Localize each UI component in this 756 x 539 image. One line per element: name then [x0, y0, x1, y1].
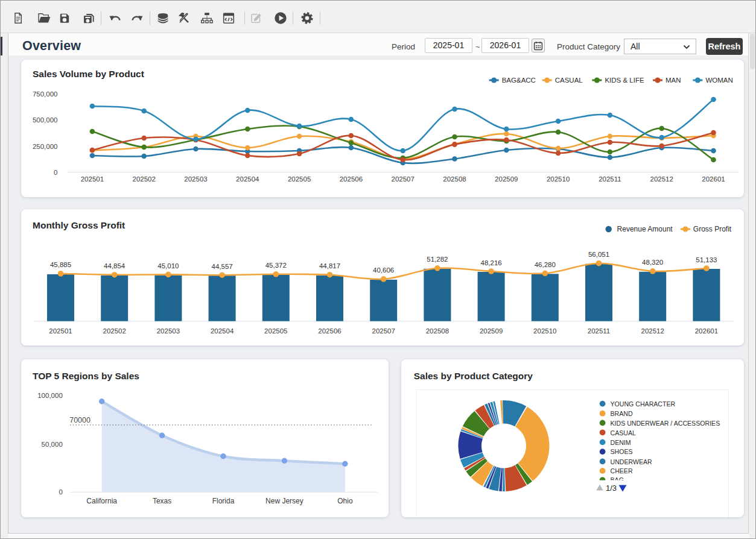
svg-text:202501: 202501 — [49, 327, 72, 335]
svg-text:202508: 202508 — [426, 327, 449, 335]
svg-text:Texas: Texas — [153, 497, 171, 505]
svg-text:44,854: 44,854 — [104, 262, 125, 270]
svg-text:202512: 202512 — [641, 327, 664, 335]
svg-text:202507: 202507 — [392, 175, 415, 183]
svg-text:48,216: 48,216 — [481, 259, 502, 266]
svg-text:Revenue Amount: Revenue Amount — [617, 225, 673, 233]
svg-text:0: 0 — [54, 169, 57, 176]
svg-text:WOMAN: WOMAN — [705, 77, 732, 84]
svg-text:50,000: 50,000 — [42, 441, 63, 448]
svg-text:202506: 202506 — [340, 175, 363, 183]
svg-text:44,557: 44,557 — [212, 263, 233, 270]
svg-text:DENIM: DENIM — [611, 439, 631, 446]
svg-text:44,817: 44,817 — [319, 262, 340, 270]
svg-text:46,280: 46,280 — [535, 261, 556, 268]
svg-text:Sales Volume by Product: Sales Volume by Product — [33, 69, 144, 79]
svg-text:MAN: MAN — [665, 77, 681, 84]
svg-text:202502: 202502 — [103, 327, 126, 335]
svg-text:UNDERWEAR: UNDERWEAR — [611, 458, 653, 465]
svg-text:Monthly Gross Profit: Monthly Gross Profit — [33, 220, 125, 230]
svg-text:45,885: 45,885 — [50, 261, 71, 268]
svg-text:KIDS & LIFE: KIDS & LIFE — [605, 77, 644, 84]
svg-text:70000: 70000 — [69, 416, 91, 424]
svg-text:202510: 202510 — [533, 327, 556, 335]
svg-text:202509: 202509 — [495, 175, 518, 183]
svg-text:202508: 202508 — [443, 175, 466, 183]
svg-text:CHEER: CHEER — [611, 467, 633, 474]
svg-text:100,000: 100,000 — [37, 392, 63, 399]
svg-text:202503: 202503 — [184, 175, 207, 183]
svg-text:51,133: 51,133 — [696, 256, 717, 263]
svg-text:CASUAL: CASUAL — [555, 77, 583, 84]
svg-text:750,000: 750,000 — [33, 90, 58, 98]
svg-text:48,320: 48,320 — [642, 259, 663, 266]
svg-text:202510: 202510 — [547, 175, 570, 183]
svg-text:40,606: 40,606 — [373, 266, 394, 274]
svg-text:51,282: 51,282 — [427, 256, 448, 263]
svg-text:TOP 5 Regions by Sales: TOP 5 Regions by Sales — [33, 371, 139, 381]
svg-text:45,372: 45,372 — [265, 262, 287, 269]
svg-text:202509: 202509 — [480, 327, 503, 335]
svg-text:202511: 202511 — [599, 175, 621, 183]
svg-text:500,000: 500,000 — [33, 116, 58, 124]
svg-text:Gross Profit: Gross Profit — [693, 225, 732, 233]
svg-text:1/3: 1/3 — [606, 484, 617, 493]
svg-text:CASUAL: CASUAL — [611, 429, 636, 437]
svg-text:202507: 202507 — [372, 327, 395, 335]
svg-text:202505: 202505 — [264, 327, 287, 335]
svg-text:202511: 202511 — [588, 327, 611, 335]
svg-text:202504: 202504 — [211, 327, 234, 335]
svg-text:202505: 202505 — [288, 175, 311, 183]
svg-text:YOUNG CHARACTER: YOUNG CHARACTER — [611, 400, 676, 408]
svg-text:202503: 202503 — [157, 327, 180, 335]
svg-text:SHOES: SHOES — [611, 448, 633, 455]
svg-text:250,000: 250,000 — [33, 143, 58, 150]
svg-text:California: California — [86, 497, 117, 505]
svg-text:45,010: 45,010 — [157, 262, 179, 270]
svg-text:KIDS UNDERWEAR / ACCESSORIES: KIDS UNDERWEAR / ACCESSORIES — [611, 420, 720, 427]
svg-text:56,051: 56,051 — [588, 251, 609, 258]
svg-text:BAG&ACC: BAG&ACC — [502, 77, 536, 84]
svg-text:Ohio: Ohio — [337, 497, 353, 505]
svg-text:Florida: Florida — [212, 497, 235, 505]
svg-text:202501: 202501 — [81, 175, 104, 183]
svg-text:202504: 202504 — [236, 175, 259, 183]
svg-text:202601: 202601 — [695, 327, 718, 335]
svg-text:202502: 202502 — [133, 175, 156, 183]
svg-text:0: 0 — [59, 488, 62, 496]
svg-text:BRAND: BRAND — [611, 410, 633, 417]
svg-text:202512: 202512 — [650, 175, 673, 183]
svg-text:202601: 202601 — [702, 175, 725, 183]
svg-text:New Jersey: New Jersey — [265, 497, 303, 505]
svg-text:Sales by Product Category: Sales by Product Category — [414, 371, 533, 381]
svg-text:202506: 202506 — [318, 327, 341, 335]
